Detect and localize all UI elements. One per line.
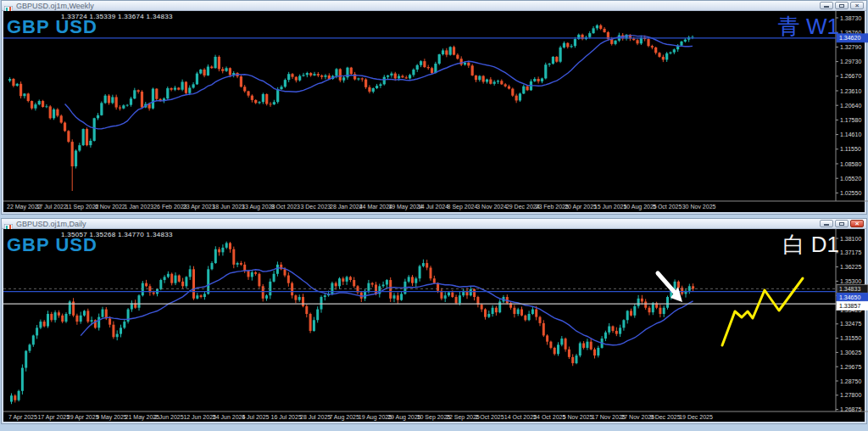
svg-text:8 Oct 2023: 8 Oct 2023 <box>271 204 300 210</box>
svg-text:1.26875: 1.26875 <box>840 406 861 412</box>
restore-icon <box>839 4 844 8</box>
minimize-icon <box>824 6 829 8</box>
svg-text:5 Nov 2025: 5 Nov 2025 <box>563 414 593 420</box>
close-button[interactable]: × <box>850 2 864 9</box>
svg-text:1.05520: 1.05520 <box>840 176 861 182</box>
svg-text:9 Dec 2025: 9 Dec 2025 <box>650 414 681 420</box>
svg-text:24 Jun 2025: 24 Jun 2025 <box>213 414 246 420</box>
svg-text:8 Sep 2024: 8 Sep 2024 <box>448 204 478 210</box>
svg-text:23 Apr 2023: 23 Apr 2023 <box>183 204 215 210</box>
svg-text:1.20640: 1.20640 <box>840 103 861 109</box>
svg-text:1.34833: 1.34833 <box>839 286 860 292</box>
close-icon: × <box>855 221 860 227</box>
svg-text:19 Dec 2025: 19 Dec 2025 <box>679 414 713 420</box>
svg-text:1.35300: 1.35300 <box>840 278 861 284</box>
timeframe-badge-w1[interactable]: 青 W1 <box>778 14 839 38</box>
daily-candlestick-chart[interactable]: 1.381001.371751.362251.353001.343501.334… <box>3 229 868 423</box>
svg-text:14 Jul 2024: 14 Jul 2024 <box>418 204 448 210</box>
svg-text:12 Jun 2025: 12 Jun 2025 <box>183 414 216 420</box>
window-title: GBPUSD.oj1m,Daily <box>16 220 86 228</box>
svg-text:1.37175: 1.37175 <box>840 249 861 255</box>
svg-text:30 Nov 2025: 30 Nov 2025 <box>682 204 716 210</box>
svg-text:1.38100: 1.38100 <box>840 236 861 242</box>
candles <box>10 242 694 405</box>
candles <box>8 24 694 191</box>
svg-text:1 Jan 2023: 1 Jan 2023 <box>125 204 154 210</box>
svg-text:14 Oct 2025: 14 Oct 2025 <box>504 414 537 420</box>
svg-text:1.36225: 1.36225 <box>840 264 861 270</box>
svg-text:24 Mar 2024: 24 Mar 2024 <box>359 204 392 210</box>
minimize-button[interactable] <box>820 220 833 227</box>
svg-text:29 Apr 2025: 29 Apr 2025 <box>67 414 99 421</box>
svg-text:1.32475: 1.32475 <box>840 321 861 327</box>
svg-text:1.11550: 1.11550 <box>840 146 861 152</box>
svg-text:1.29730: 1.29730 <box>840 59 861 64</box>
current-price-box: 1.34650 <box>837 293 868 301</box>
svg-text:1.31550: 1.31550 <box>840 335 861 341</box>
svg-text:23 Feb 2025: 23 Feb 2025 <box>536 204 569 210</box>
svg-text:16 Jul 2025: 16 Jul 2025 <box>271 414 302 420</box>
svg-text:1.34620: 1.34620 <box>839 35 860 41</box>
svg-text:1.17580: 1.17580 <box>840 117 861 123</box>
svg-text:1.02550: 1.02550 <box>840 190 861 196</box>
moving-average-line[interactable] <box>65 36 693 129</box>
time-axis[interactable]: 7 Apr 202517 Apr 202529 Apr 20259 May 20… <box>8 414 713 421</box>
svg-text:1.28750: 1.28750 <box>840 378 861 384</box>
svg-text:1.14610: 1.14610 <box>840 132 861 137</box>
restore-button[interactable] <box>835 2 849 9</box>
daily-chart-area[interactable]: 1.381001.371751.362251.353001.343501.334… <box>3 229 865 422</box>
svg-text:1.30625: 1.30625 <box>840 350 861 355</box>
svg-text:1.27800: 1.27800 <box>840 392 861 398</box>
svg-text:1.38730: 1.38730 <box>840 15 861 21</box>
close-button[interactable]: × <box>850 220 864 227</box>
svg-text:28 Jul 2025: 28 Jul 2025 <box>300 414 331 420</box>
svg-text:1.34650: 1.34650 <box>839 294 860 300</box>
window-titlebar[interactable]: GBPUSD.oj1m,Daily × <box>2 219 866 229</box>
chart-window-weekly: GBPUSD.oj1m,Weekly × 1.387301.357601.327… <box>1 0 867 215</box>
price-axis[interactable]: 1.381001.371751.362251.353001.343501.334… <box>3 229 868 412</box>
svg-text:1.23610: 1.23610 <box>840 88 861 94</box>
time-axis[interactable]: 22 May 202217 Jul 202211 Sep 20226 Nov 2… <box>7 204 716 210</box>
svg-text:1.29675: 1.29675 <box>840 364 861 370</box>
svg-text:20 Apr 2025: 20 Apr 2025 <box>565 204 597 210</box>
timeframe-badge-d1[interactable]: 白 D1 <box>783 232 839 256</box>
svg-text:17 Apr 2025: 17 Apr 2025 <box>37 414 70 421</box>
svg-text:3 Dec 2023: 3 Dec 2023 <box>300 204 331 210</box>
svg-text:7 Apr 2025: 7 Apr 2025 <box>8 414 37 421</box>
svg-text:1.08580: 1.08580 <box>840 161 861 167</box>
svg-text:5 Oct 2025: 5 Oct 2025 <box>653 204 682 210</box>
window-titlebar[interactable]: GBPUSD.oj1m,Weekly × <box>2 1 866 11</box>
svg-text:10 Aug 2025: 10 Aug 2025 <box>623 204 656 210</box>
svg-text:18 Jun 2023: 18 Jun 2023 <box>212 204 245 210</box>
weekly-candlestick-chart[interactable]: 1.387301.357601.327901.297301.266701.236… <box>3 11 868 214</box>
svg-text:2 Jun 2025: 2 Jun 2025 <box>154 414 184 420</box>
svg-text:24 Oct 2025: 24 Oct 2025 <box>533 414 565 420</box>
restore-icon <box>839 222 844 226</box>
chart-window-daily: GBPUSD.oj1m,Daily × 1.381001.371751.3622… <box>1 218 867 424</box>
current-price-box: 1.34620 <box>837 34 868 42</box>
current-price-box: 1.33857 <box>837 301 868 310</box>
chart-window-icon <box>4 2 13 9</box>
svg-text:11 Sep 2022: 11 Sep 2022 <box>65 204 98 210</box>
svg-text:26 Feb 2023: 26 Feb 2023 <box>153 204 186 210</box>
minimize-button[interactable] <box>820 2 833 9</box>
close-icon: × <box>855 3 860 8</box>
svg-text:2 Oct 2025: 2 Oct 2025 <box>475 414 504 420</box>
window-controls: × <box>820 2 864 9</box>
symbol-watermark: GBP USD <box>7 16 97 38</box>
window-controls: × <box>820 220 864 227</box>
svg-text:15 Jun 2025: 15 Jun 2025 <box>594 204 627 210</box>
window-title: GBPUSD.oj1m,Weekly <box>16 2 94 10</box>
svg-text:17 Jul 2022: 17 Jul 2022 <box>36 204 67 210</box>
svg-text:1.32790: 1.32790 <box>840 44 861 50</box>
restore-button[interactable] <box>835 220 849 227</box>
svg-text:1.33857: 1.33857 <box>839 303 860 309</box>
svg-text:28 Jan 2024: 28 Jan 2024 <box>330 204 363 210</box>
weekly-chart-area[interactable]: 1.387301.357601.327901.297301.266701.236… <box>3 11 865 212</box>
svg-text:9 May 2025: 9 May 2025 <box>96 414 127 421</box>
chart-window-icon <box>4 220 13 227</box>
price-axis[interactable]: 1.387301.357601.327901.297301.266701.236… <box>3 11 868 201</box>
zigzag-projection-annotation[interactable] <box>722 278 803 345</box>
symbol-watermark: GBP USD <box>7 234 97 256</box>
svg-text:4 Jul 2025: 4 Jul 2025 <box>242 414 269 420</box>
